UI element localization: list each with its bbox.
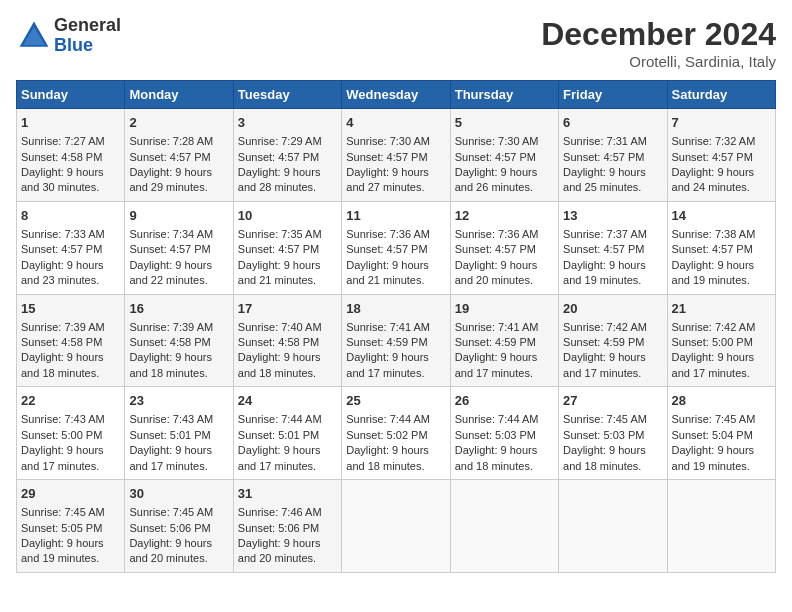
column-header-tuesday: Tuesday bbox=[233, 81, 341, 109]
day-info: Sunrise: 7:34 AM bbox=[129, 227, 228, 242]
day-info: and 21 minutes. bbox=[346, 273, 445, 288]
day-number: 3 bbox=[238, 114, 337, 132]
day-info: Daylight: 9 hours bbox=[21, 258, 120, 273]
day-info: and 17 minutes. bbox=[238, 459, 337, 474]
day-info: Daylight: 9 hours bbox=[455, 165, 554, 180]
day-info: Sunrise: 7:45 AM bbox=[129, 505, 228, 520]
day-info: Sunrise: 7:30 AM bbox=[346, 134, 445, 149]
day-number: 23 bbox=[129, 392, 228, 410]
calendar-cell: 5Sunrise: 7:30 AMSunset: 4:57 PMDaylight… bbox=[450, 109, 558, 202]
calendar-cell: 21Sunrise: 7:42 AMSunset: 5:00 PMDayligh… bbox=[667, 294, 775, 387]
day-info: Sunrise: 7:27 AM bbox=[21, 134, 120, 149]
day-number: 12 bbox=[455, 207, 554, 225]
logo-icon bbox=[16, 18, 52, 54]
day-info: Sunset: 4:57 PM bbox=[455, 242, 554, 257]
day-info: and 20 minutes. bbox=[455, 273, 554, 288]
day-info: Sunset: 5:02 PM bbox=[346, 428, 445, 443]
day-info: and 18 minutes. bbox=[21, 366, 120, 381]
calendar-cell: 10Sunrise: 7:35 AMSunset: 4:57 PMDayligh… bbox=[233, 201, 341, 294]
day-info: and 17 minutes. bbox=[129, 459, 228, 474]
day-info: and 19 minutes. bbox=[563, 273, 662, 288]
day-info: Daylight: 9 hours bbox=[129, 536, 228, 551]
calendar-cell bbox=[667, 480, 775, 573]
day-number: 29 bbox=[21, 485, 120, 503]
header-row: SundayMondayTuesdayWednesdayThursdayFrid… bbox=[17, 81, 776, 109]
day-number: 9 bbox=[129, 207, 228, 225]
calendar-cell: 12Sunrise: 7:36 AMSunset: 4:57 PMDayligh… bbox=[450, 201, 558, 294]
day-info: Daylight: 9 hours bbox=[238, 258, 337, 273]
logo: General Blue bbox=[16, 16, 121, 56]
day-info: Sunset: 5:01 PM bbox=[238, 428, 337, 443]
day-info: and 18 minutes. bbox=[563, 459, 662, 474]
calendar-cell bbox=[450, 480, 558, 573]
day-info: Sunrise: 7:39 AM bbox=[129, 320, 228, 335]
day-info: and 17 minutes. bbox=[563, 366, 662, 381]
calendar-cell bbox=[342, 480, 450, 573]
calendar-cell: 13Sunrise: 7:37 AMSunset: 4:57 PMDayligh… bbox=[559, 201, 667, 294]
day-info: Daylight: 9 hours bbox=[21, 443, 120, 458]
day-info: Sunrise: 7:38 AM bbox=[672, 227, 771, 242]
day-info: Daylight: 9 hours bbox=[672, 258, 771, 273]
day-info: Sunrise: 7:42 AM bbox=[563, 320, 662, 335]
day-info: Sunrise: 7:31 AM bbox=[563, 134, 662, 149]
day-number: 2 bbox=[129, 114, 228, 132]
day-info: Sunrise: 7:32 AM bbox=[672, 134, 771, 149]
day-info: and 20 minutes. bbox=[238, 551, 337, 566]
day-info: Sunrise: 7:41 AM bbox=[455, 320, 554, 335]
column-header-friday: Friday bbox=[559, 81, 667, 109]
location-subtitle: Orotelli, Sardinia, Italy bbox=[541, 53, 776, 70]
day-info: Sunset: 4:57 PM bbox=[672, 242, 771, 257]
day-info: Daylight: 9 hours bbox=[672, 443, 771, 458]
calendar-cell: 18Sunrise: 7:41 AMSunset: 4:59 PMDayligh… bbox=[342, 294, 450, 387]
month-title: December 2024 bbox=[541, 16, 776, 53]
day-info: and 23 minutes. bbox=[21, 273, 120, 288]
title-block: December 2024 Orotelli, Sardinia, Italy bbox=[541, 16, 776, 70]
day-number: 20 bbox=[563, 300, 662, 318]
day-info: Sunset: 5:01 PM bbox=[129, 428, 228, 443]
day-info: Sunset: 4:59 PM bbox=[346, 335, 445, 350]
day-number: 4 bbox=[346, 114, 445, 132]
calendar-week-5: 29Sunrise: 7:45 AMSunset: 5:05 PMDayligh… bbox=[17, 480, 776, 573]
day-info: and 19 minutes. bbox=[21, 551, 120, 566]
day-number: 18 bbox=[346, 300, 445, 318]
day-info: Daylight: 9 hours bbox=[346, 443, 445, 458]
day-info: Sunset: 4:58 PM bbox=[21, 150, 120, 165]
day-info: and 17 minutes. bbox=[346, 366, 445, 381]
calendar-cell: 30Sunrise: 7:45 AMSunset: 5:06 PMDayligh… bbox=[125, 480, 233, 573]
day-info: Sunrise: 7:43 AM bbox=[21, 412, 120, 427]
page-header: General Blue December 2024 Orotelli, Sar… bbox=[16, 16, 776, 70]
day-info: Daylight: 9 hours bbox=[129, 443, 228, 458]
day-info: Daylight: 9 hours bbox=[238, 443, 337, 458]
day-number: 25 bbox=[346, 392, 445, 410]
day-info: Sunset: 4:58 PM bbox=[238, 335, 337, 350]
day-info: Sunset: 5:03 PM bbox=[563, 428, 662, 443]
day-number: 5 bbox=[455, 114, 554, 132]
day-number: 24 bbox=[238, 392, 337, 410]
day-info: Daylight: 9 hours bbox=[455, 443, 554, 458]
day-info: Sunrise: 7:45 AM bbox=[672, 412, 771, 427]
calendar-cell: 7Sunrise: 7:32 AMSunset: 4:57 PMDaylight… bbox=[667, 109, 775, 202]
day-info: and 17 minutes. bbox=[672, 366, 771, 381]
day-info: Daylight: 9 hours bbox=[672, 165, 771, 180]
day-info: and 28 minutes. bbox=[238, 180, 337, 195]
calendar-cell: 20Sunrise: 7:42 AMSunset: 4:59 PMDayligh… bbox=[559, 294, 667, 387]
day-info: Daylight: 9 hours bbox=[563, 350, 662, 365]
day-number: 15 bbox=[21, 300, 120, 318]
day-info: Sunset: 4:57 PM bbox=[563, 242, 662, 257]
day-info: and 17 minutes. bbox=[455, 366, 554, 381]
logo-blue-text: Blue bbox=[54, 36, 121, 56]
day-number: 19 bbox=[455, 300, 554, 318]
calendar-cell: 16Sunrise: 7:39 AMSunset: 4:58 PMDayligh… bbox=[125, 294, 233, 387]
logo-general-text: General bbox=[54, 16, 121, 36]
calendar-cell: 22Sunrise: 7:43 AMSunset: 5:00 PMDayligh… bbox=[17, 387, 125, 480]
day-info: and 18 minutes. bbox=[238, 366, 337, 381]
day-info: Sunset: 4:57 PM bbox=[346, 242, 445, 257]
column-header-sunday: Sunday bbox=[17, 81, 125, 109]
day-info: Daylight: 9 hours bbox=[455, 258, 554, 273]
calendar-week-3: 15Sunrise: 7:39 AMSunset: 4:58 PMDayligh… bbox=[17, 294, 776, 387]
day-info: Sunset: 5:06 PM bbox=[238, 521, 337, 536]
day-info: Sunrise: 7:36 AM bbox=[346, 227, 445, 242]
day-number: 10 bbox=[238, 207, 337, 225]
day-info: Sunset: 4:57 PM bbox=[563, 150, 662, 165]
day-info: Daylight: 9 hours bbox=[129, 350, 228, 365]
